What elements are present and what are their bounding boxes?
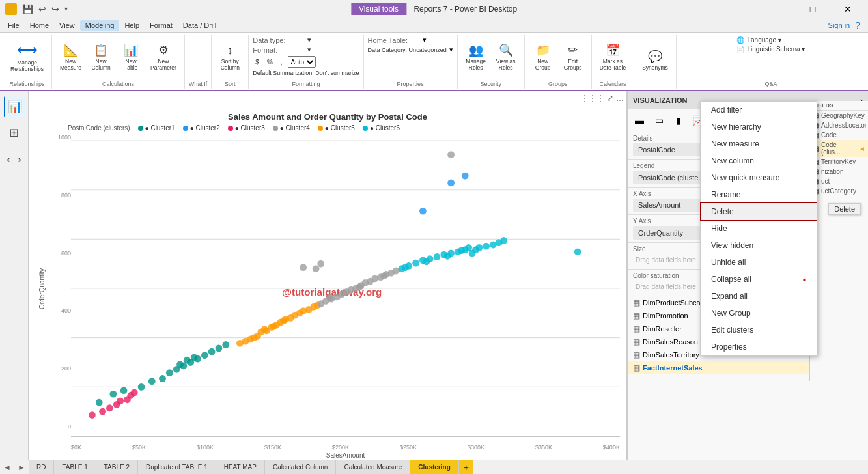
- svg-point-25: [201, 352, 208, 359]
- sidebar-data-view[interactable]: ⊞: [4, 122, 25, 143]
- synonyms-button[interactable]: 💬 Synonyms: [638, 40, 672, 83]
- properties-group-label: Properties: [397, 81, 424, 89]
- viz-icon-bar[interactable]: ▬: [630, 112, 649, 129]
- tab-calculated-column[interactable]: Calculated Column: [265, 460, 337, 474]
- svg-point-8: [89, 411, 96, 419]
- comma-button[interactable]: ,: [278, 55, 285, 68]
- close-button[interactable]: ✕: [833, 0, 863, 18]
- new-parameter-button[interactable]: ⚙ NewParameter: [147, 36, 180, 79]
- menu-file[interactable]: File: [3, 20, 25, 31]
- mark-as-date-table-button[interactable]: 📅 Mark asDate Table: [596, 36, 630, 79]
- quick-access-dropdown[interactable]: ▾: [64, 5, 68, 12]
- list-item[interactable]: ▦ TerritoryKey: [810, 157, 868, 167]
- viz-icon-bar-stacked[interactable]: ▭: [650, 112, 668, 129]
- svg-point-97: [402, 264, 409, 271]
- svg-point-73: [356, 283, 363, 290]
- delete-tooltip: Delete: [828, 203, 861, 215]
- x-axis-labels: $0K $50K $100K $150K $200K $250K $300K $…: [71, 444, 620, 451]
- dollar-button[interactable]: $: [253, 55, 262, 68]
- menu-view[interactable]: View: [54, 20, 80, 31]
- tab-nav-right[interactable]: ►: [14, 460, 29, 475]
- context-menu-delete[interactable]: Delete Delete: [701, 203, 817, 220]
- format-buttons-row: $ % , Auto: [253, 55, 315, 68]
- manage-roles-button[interactable]: 👥 ManageRoles: [462, 36, 490, 79]
- tab-table1[interactable]: TABLE 1: [54, 460, 96, 474]
- sidebar-report-view[interactable]: 📊: [4, 96, 25, 117]
- collapse-icon[interactable]: ⋮⋮⋮: [581, 94, 604, 103]
- list-item[interactable]: ▦ uct: [810, 176, 868, 186]
- context-menu-unhide-all[interactable]: Unhide all: [701, 254, 817, 271]
- list-item[interactable]: ▦ Code: [810, 130, 868, 140]
- language-section: 🌐 Language ▾ 📄 Linguistic Schema ▾: [731, 35, 810, 55]
- viz-icon-bar-100[interactable]: ▮: [669, 112, 688, 129]
- maximize-button[interactable]: □: [798, 0, 828, 18]
- what-if-group-label: What If: [189, 81, 208, 89]
- edit-groups-icon: ✏: [568, 44, 578, 56]
- context-menu-add-filter[interactable]: Add filter: [701, 102, 817, 118]
- tab-rd[interactable]: RD: [29, 460, 54, 474]
- sidebar-model-view[interactable]: ⟷: [4, 148, 25, 169]
- auto-select[interactable]: Auto: [288, 56, 316, 68]
- context-menu-edit-clusters[interactable]: Edit clusters: [701, 322, 817, 339]
- percent-button[interactable]: %: [264, 55, 275, 68]
- signin-link[interactable]: Sign in: [828, 21, 850, 29]
- new-group-button[interactable]: 📁 NewGroup: [529, 36, 557, 79]
- context-menu-collapse-all[interactable]: Collapse all ■: [701, 271, 817, 288]
- context-menu: Add filter New hierarchy New measure New…: [700, 101, 817, 356]
- tab-heat-map[interactable]: HEAT MAP: [216, 460, 265, 474]
- tab-calculated-measure[interactable]: Calculated Measure: [336, 460, 410, 474]
- context-menu-hide[interactable]: Hide: [701, 220, 817, 237]
- expand-chart-icon[interactable]: ⤢: [607, 94, 613, 103]
- list-item[interactable]: ▦ nization: [810, 167, 868, 176]
- tab-clustering[interactable]: Clustering: [410, 460, 458, 474]
- new-measure-button[interactable]: 📐 NewMeasure: [56, 36, 85, 79]
- quick-access-undo[interactable]: ↩: [38, 4, 46, 14]
- menu-help[interactable]: Help: [119, 20, 145, 31]
- list-item[interactable]: ▦ AddressLocator: [810, 120, 868, 130]
- context-menu-new-column[interactable]: New column: [701, 152, 817, 169]
- linguistic-schema-dropdown[interactable]: 📄 Linguistic Schema ▾: [734, 45, 807, 53]
- tab-add-button[interactable]: +: [459, 460, 473, 475]
- view-as-roles-button[interactable]: 🔍 View asRoles: [492, 36, 520, 79]
- svg-point-50: [242, 338, 249, 345]
- new-table-button[interactable]: 📊 NewTable: [117, 36, 145, 79]
- tab-table2[interactable]: TABLE 2: [96, 460, 138, 474]
- language-dropdown[interactable]: 🌐 Language ▾: [734, 36, 807, 44]
- menu-modeling[interactable]: Modeling: [80, 20, 120, 31]
- new-column-button[interactable]: 📋 NewColumn: [87, 36, 115, 79]
- manage-relationships-button[interactable]: ⟷ ManageRelationships: [7, 36, 48, 79]
- svg-point-32: [109, 391, 117, 398]
- svg-point-78: [313, 265, 320, 272]
- more-options-icon[interactable]: …: [616, 94, 624, 103]
- menu-data-drill[interactable]: Data / Drill: [178, 20, 221, 31]
- minimize-button[interactable]: —: [763, 0, 792, 18]
- list-item[interactable]: ▦ Code (clus... ◄: [810, 140, 868, 157]
- arrow-icon: ◄: [859, 145, 865, 152]
- y-axis-label: OrderQuantity: [38, 268, 46, 309]
- edit-groups-button[interactable]: ✏ EditGroups: [559, 36, 587, 79]
- list-item[interactable]: ▦ uctCategory: [810, 186, 868, 196]
- quick-access-redo[interactable]: ↪: [51, 4, 59, 14]
- context-menu-new-hierarchy[interactable]: New hierarchy: [701, 118, 817, 135]
- menu-home[interactable]: Home: [25, 20, 54, 31]
- context-menu-rename[interactable]: Rename: [701, 186, 817, 203]
- quick-access-save[interactable]: 💾: [22, 4, 33, 14]
- context-menu-new-measure[interactable]: New measure: [701, 135, 817, 152]
- chart-plot-area: @tutorialgateway.org: [71, 134, 620, 443]
- list-item[interactable]: ▦ GeographyKey: [810, 111, 868, 120]
- context-menu-view-hidden[interactable]: View hidden: [701, 237, 817, 254]
- context-menu-expand-all[interactable]: Expand all: [701, 288, 817, 305]
- tab-nav-left[interactable]: ◄: [0, 460, 14, 475]
- view-as-roles-icon: 🔍: [499, 44, 513, 56]
- new-group-label: NewGroup: [535, 58, 551, 71]
- scatter-chart-svg: @tutorialgateway.org: [71, 134, 620, 443]
- context-menu-new-group[interactable]: New Group: [701, 305, 817, 322]
- svg-point-74: [381, 272, 388, 279]
- menu-format[interactable]: Format: [145, 20, 178, 31]
- ribbon-group-synonyms: 💬 Synonyms: [634, 35, 677, 89]
- sort-by-column-button[interactable]: ↕ Sort byColumn: [216, 36, 244, 79]
- tab-duplicate-table1[interactable]: Duplicate of TABLE 1: [138, 460, 216, 474]
- context-menu-new-quick-measure[interactable]: New quick measure: [701, 169, 817, 186]
- help-icon[interactable]: ?: [855, 20, 860, 31]
- context-menu-properties[interactable]: Properties: [701, 339, 817, 356]
